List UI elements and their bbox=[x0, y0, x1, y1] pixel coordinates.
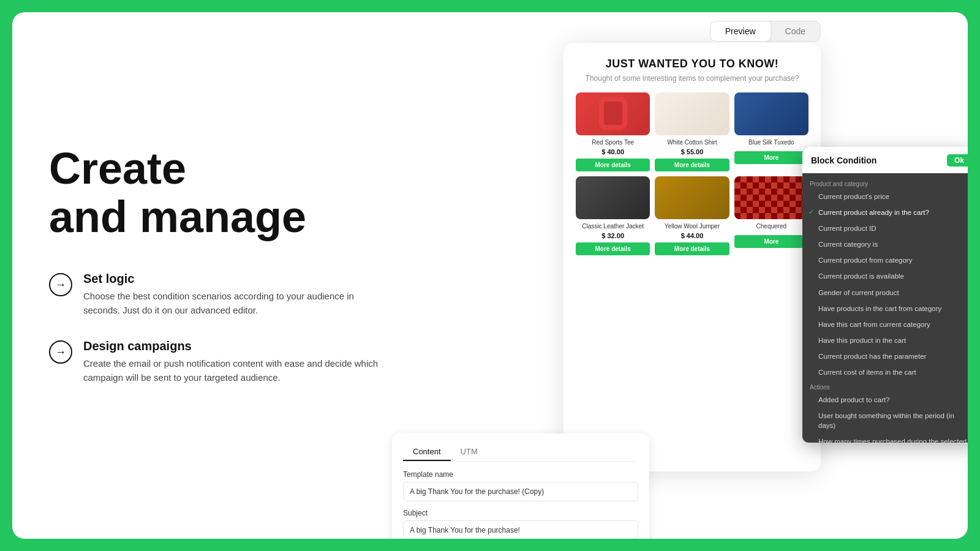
main-card: Create and manage → Set logic Choose the… bbox=[12, 12, 968, 539]
product-image-leather-jacket bbox=[576, 176, 650, 219]
email-preview-card: Preview Code JUST WANTED YOU TO KNOW! Th… bbox=[564, 43, 821, 471]
bc-item-how-many-times-purchased[interactable]: How many times purchased during the sele… bbox=[802, 433, 968, 443]
product-image-yellow-jumper bbox=[655, 176, 729, 219]
bc-item-current-product-is-available[interactable]: Current product is available bbox=[802, 268, 968, 284]
email-subtitle: Thought of some interesting items to com… bbox=[576, 74, 809, 83]
bc-item-current-products-price[interactable]: Current product's price bbox=[802, 189, 968, 204]
tab-code[interactable]: Code bbox=[771, 21, 820, 41]
feature-set-logic: → Set logic Choose the best condition sc… bbox=[49, 272, 392, 317]
block-condition-panel: Block Condition Ok Product and category … bbox=[802, 147, 968, 443]
right-panel: Preview Code JUST WANTED YOU TO KNOW! Th… bbox=[429, 12, 968, 539]
product-name-yellow-jumper: Yellow Wool Jumper bbox=[665, 222, 720, 230]
product-grid-row1: Red Sports Tee $ 40.00 More details Whit… bbox=[576, 92, 809, 171]
template-name-input[interactable] bbox=[403, 482, 638, 501]
bc-item-have-cart-current-category[interactable]: Have this cart from current category bbox=[802, 317, 968, 332]
tab-preview[interactable]: Preview bbox=[710, 21, 771, 41]
section-label-actions: Actions bbox=[802, 380, 968, 392]
product-card-white-shirt: White Cotton Shirt $ 55.00 More details bbox=[655, 92, 729, 171]
email-body: JUST WANTED YOU TO KNOW! Thought of some… bbox=[564, 43, 821, 270]
bottom-form: Content UTM Template name Subject bbox=[392, 433, 649, 539]
btn-more-yellow-jumper[interactable]: More details bbox=[655, 242, 729, 255]
product-name-white-shirt: White Cotton Shirt bbox=[667, 138, 717, 146]
product-card-blue-tuxedo: Blue Silk Tuxedo More bbox=[734, 92, 809, 171]
set-logic-title: Set logic bbox=[83, 272, 392, 286]
product-card-red-tee: Red Sports Tee $ 40.00 More details bbox=[576, 92, 650, 171]
set-logic-description: Choose the best condition scenarios acco… bbox=[83, 290, 392, 317]
email-title: JUST WANTED YOU TO KNOW! bbox=[576, 58, 809, 70]
btn-more-chequered[interactable]: More bbox=[734, 235, 809, 248]
feature-design-campaigns: → Design campaigns Create the email or p… bbox=[49, 339, 392, 384]
product-image-red-tee bbox=[576, 92, 650, 135]
headline: Create and manage bbox=[49, 144, 392, 241]
form-tabs: Content UTM bbox=[403, 443, 638, 462]
template-name-field: Template name bbox=[403, 470, 638, 501]
product-image-white-shirt bbox=[655, 92, 729, 135]
block-condition-list: Product and category Current product's p… bbox=[802, 173, 968, 443]
product-card-yellow-jumper: Yellow Wool Jumper $ 44.00 More details bbox=[655, 176, 729, 255]
product-price-red-tee: $ 40.00 bbox=[601, 148, 624, 156]
form-tab-content[interactable]: Content bbox=[403, 443, 451, 461]
bc-item-current-product-in-cart[interactable]: Current product already in the cart? bbox=[802, 204, 968, 220]
bc-item-current-cost-items-cart[interactable]: Current cost of items in the cart bbox=[802, 364, 968, 380]
bc-item-current-category-is[interactable]: Current category is bbox=[802, 236, 968, 252]
section-label-product-category: Product and category bbox=[802, 177, 968, 189]
bc-item-current-product-has-parameter[interactable]: Current product has the parameter bbox=[802, 348, 968, 364]
product-image-chequered bbox=[734, 176, 809, 219]
subject-input[interactable] bbox=[403, 520, 638, 539]
btn-more-leather-jacket[interactable]: More details bbox=[576, 242, 650, 255]
left-panel: Create and manage → Set logic Choose the… bbox=[12, 12, 429, 539]
product-name-blue-tuxedo: Blue Silk Tuxedo bbox=[748, 138, 794, 146]
block-condition-ok-button[interactable]: Ok bbox=[947, 154, 968, 167]
block-condition-title: Block Condition bbox=[811, 156, 876, 165]
template-name-label: Template name bbox=[403, 470, 638, 479]
design-campaigns-title: Design campaigns bbox=[83, 339, 392, 353]
form-tab-utm[interactable]: UTM bbox=[451, 443, 488, 461]
design-campaigns-icon: → bbox=[49, 340, 72, 364]
bc-item-current-product-id[interactable]: Current product ID bbox=[802, 220, 968, 236]
product-price-leather-jacket: $ 32.00 bbox=[601, 232, 624, 239]
product-name-red-tee: Red Sports Tee bbox=[592, 138, 634, 146]
design-campaigns-description: Create the email or push notification co… bbox=[83, 357, 392, 384]
product-price-yellow-jumper: $ 44.00 bbox=[681, 232, 704, 239]
btn-more-blue-tuxedo[interactable]: More bbox=[734, 151, 809, 164]
set-logic-icon: → bbox=[49, 273, 72, 296]
block-condition-header: Block Condition Ok bbox=[802, 147, 968, 173]
btn-more-white-shirt[interactable]: More details bbox=[655, 159, 729, 171]
bc-item-gender-of-current-product[interactable]: Gender of current product bbox=[802, 285, 968, 301]
product-name-leather-jacket: Classic Leather Jacket bbox=[582, 222, 644, 230]
bc-item-added-product-to-cart[interactable]: Added product to cart? bbox=[802, 392, 968, 408]
btn-more-red-tee[interactable]: More details bbox=[576, 159, 650, 171]
product-card-chequered: Chequered More bbox=[734, 176, 809, 255]
bc-item-user-bought-something[interactable]: User bought something within the period … bbox=[802, 408, 968, 433]
product-name-chequered: Chequered bbox=[756, 222, 786, 230]
preview-code-tabs: Preview Code bbox=[710, 21, 821, 42]
product-card-leather-jacket: Classic Leather Jacket $ 32.00 More deta… bbox=[576, 176, 650, 255]
bc-item-have-this-product-in-cart[interactable]: Have this product in the cart bbox=[802, 332, 968, 348]
bc-item-current-product-from-category[interactable]: Current product from category bbox=[802, 252, 968, 268]
subject-label: Subject bbox=[403, 509, 638, 517]
product-image-blue-tuxedo bbox=[734, 92, 809, 135]
bc-item-have-products-cart-category[interactable]: Have products in the cart from category bbox=[802, 301, 968, 317]
subject-field: Subject bbox=[403, 509, 638, 539]
product-grid-row2: Classic Leather Jacket $ 32.00 More deta… bbox=[576, 176, 809, 255]
product-price-white-shirt: $ 55.00 bbox=[681, 148, 704, 156]
